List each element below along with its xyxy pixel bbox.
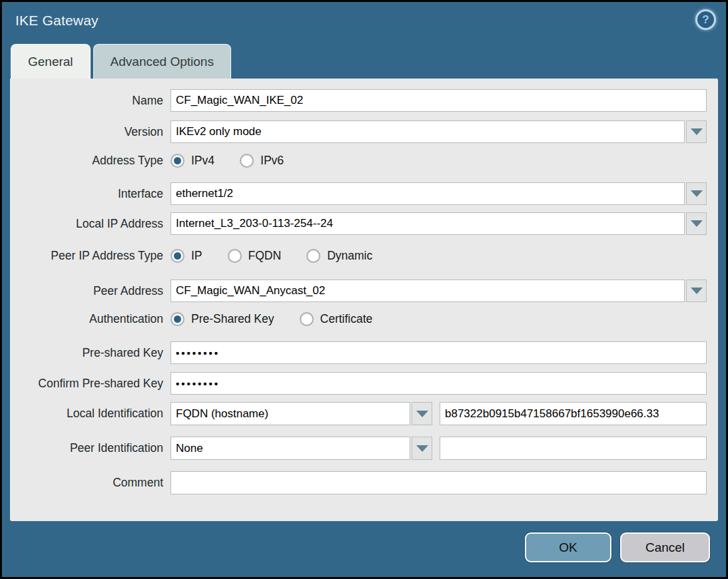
interface-select[interactable] [171,182,685,205]
chevron-down-icon [691,288,703,294]
radio-pre-shared-key[interactable]: Pre-Shared Key [171,312,274,326]
radio-pre-shared-key-label: Pre-Shared Key [191,312,274,326]
radio-fqdn[interactable]: FQDN [228,249,282,263]
confirm-pre-shared-key-label: Confirm Pre-shared Key [10,377,171,391]
peer-identification-row: Peer Identification [10,437,718,460]
local-identification-value-input[interactable] [440,402,707,425]
chevron-down-icon [691,220,703,227]
chevron-down-icon [416,445,428,452]
radio-fqdn-label: FQDN [248,249,282,263]
peer-address-label: Peer Address [10,284,171,298]
peer-address-row: Peer Address [10,280,718,302]
name-input[interactable] [171,89,707,112]
radio-dynamic-circle[interactable] [306,249,320,263]
authentication-row: Authentication Pre-Shared Key Certificat… [10,312,718,326]
radio-ip-circle[interactable] [171,249,184,263]
comment-input[interactable] [171,471,707,494]
radio-ipv6-circle[interactable] [240,154,254,168]
radio-ipv4[interactable]: IPv4 [171,154,214,168]
interface-row: Interface [10,182,718,205]
dialog-footer: OK Cancel [2,521,726,562]
version-select[interactable] [171,120,685,143]
peer-address-dropdown-button[interactable] [686,280,707,302]
address-type-row: Address Type IPv4 IPv6 [10,154,718,168]
pre-shared-key-label: Pre-shared Key [10,346,171,360]
local-ip-dropdown-button[interactable] [686,212,707,235]
version-dropdown-button[interactable] [686,120,707,143]
radio-certificate-circle[interactable] [300,312,314,326]
radio-dynamic[interactable]: Dynamic [306,249,372,263]
local-ip-label: Local IP Address [10,217,171,231]
peer-ip-type-row: Peer IP Address Type IP FQDN Dynamic [10,249,718,263]
radio-ipv4-label: IPv4 [191,154,214,168]
interface-dropdown-button[interactable] [686,182,707,205]
comment-label: Comment [10,476,171,490]
pre-shared-key-input[interactable] [171,341,707,364]
local-identification-row: Local Identification [10,402,718,425]
peer-identification-value-input[interactable] [440,437,707,460]
local-identification-label: Local Identification [10,407,171,421]
chevron-down-icon [416,411,428,417]
confirm-pre-shared-key-row: Confirm Pre-shared Key [10,372,718,395]
local-ip-row: Local IP Address [10,212,718,235]
radio-dynamic-label: Dynamic [327,249,372,263]
peer-ip-type-label: Peer IP Address Type [10,249,171,263]
radio-ipv6-label: IPv6 [260,154,284,168]
radio-ip-label: IP [191,249,202,263]
address-type-label: Address Type [10,154,171,168]
radio-ipv4-circle[interactable] [171,154,184,168]
radio-certificate-label: Certificate [320,312,373,326]
radio-fqdn-circle[interactable] [228,249,242,263]
tab-advanced-options[interactable]: Advanced Options [93,44,231,79]
ike-gateway-dialog: IKE Gateway ? General Advanced Options N… [0,0,728,579]
dialog-title: IKE Gateway [2,2,726,29]
interface-label: Interface [10,187,171,201]
dialog-titlebar: IKE Gateway ? [2,2,726,44]
radio-ip[interactable]: IP [171,249,202,263]
local-identification-dropdown-button[interactable] [412,402,432,425]
help-button[interactable]: ? [695,9,716,30]
chevron-down-icon [691,128,703,135]
tab-general[interactable]: General [11,44,91,79]
cancel-button[interactable]: Cancel [620,532,710,562]
version-row: Version [10,120,718,143]
general-tab-panel: Name Version Address Type [10,79,718,521]
authentication-label: Authentication [10,312,171,326]
radio-certificate[interactable]: Certificate [300,312,373,326]
chevron-down-icon [691,190,703,197]
peer-identification-type-select[interactable] [171,437,410,460]
peer-identification-label: Peer Identification [10,441,171,455]
name-label: Name [10,94,171,108]
peer-identification-dropdown-button[interactable] [412,437,432,460]
question-mark-icon: ? [702,14,709,25]
tab-bar: General Advanced Options [2,44,726,79]
ok-button[interactable]: OK [525,532,611,562]
local-ip-select[interactable] [171,212,685,235]
version-label: Version [10,125,171,139]
peer-address-select[interactable] [171,280,685,302]
comment-row: Comment [10,471,718,494]
name-row: Name [10,89,718,112]
confirm-pre-shared-key-input[interactable] [171,372,707,395]
radio-pre-shared-key-circle[interactable] [171,312,184,326]
radio-ipv6[interactable]: IPv6 [240,154,284,168]
pre-shared-key-row: Pre-shared Key [10,341,718,364]
local-identification-type-select[interactable] [171,402,410,425]
